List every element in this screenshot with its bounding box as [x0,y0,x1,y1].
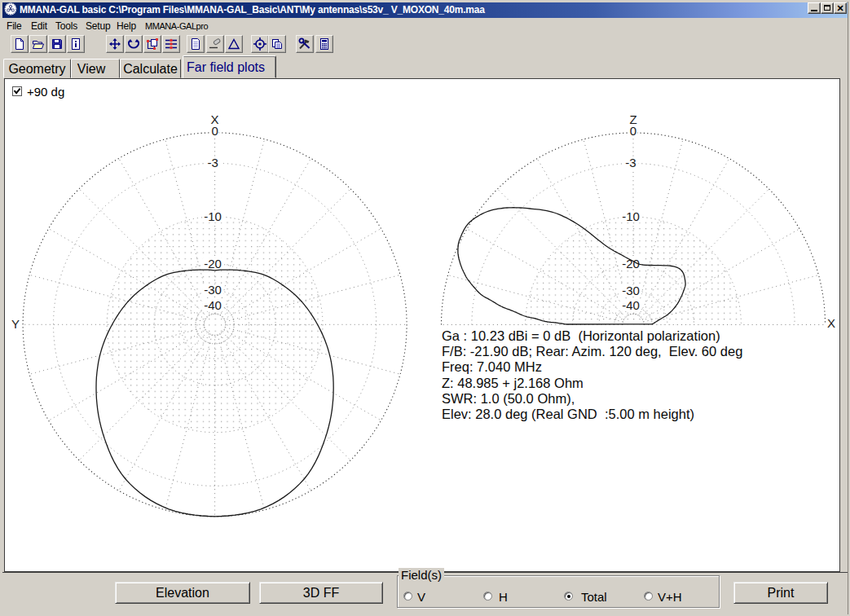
svg-text:-20: -20 [622,257,640,271]
svg-text:-10: -10 [622,209,640,223]
svg-text:-40: -40 [622,298,640,312]
svg-text:-40: -40 [204,298,222,312]
svg-text:-3: -3 [207,156,218,169]
svg-text:Y: Y [11,317,20,331]
svg-text:0: 0 [630,124,636,138]
svg-text:-10: -10 [204,209,222,223]
svg-text:X: X [827,316,835,330]
svg-text:-30: -30 [622,284,640,297]
svg-text:-20: -20 [204,257,222,271]
svg-text:-3: -3 [625,156,636,169]
svg-text:-30: -30 [204,283,222,297]
svg-text:0: 0 [211,124,218,138]
